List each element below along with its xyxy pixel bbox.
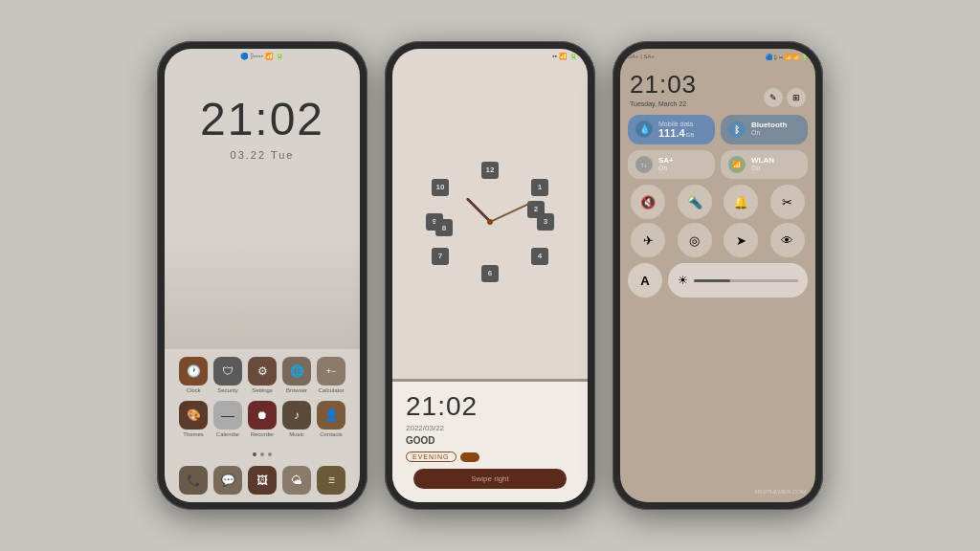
flashlight-btn[interactable]: 🔦 — [678, 185, 712, 219]
a-button[interactable]: A — [628, 263, 662, 298]
clock-app-icon: 🕐 — [179, 357, 208, 386]
phone2-screen: ▪▪ 📶 🔋 12 1 3 4 6 7 9 10 2 8 — [392, 49, 588, 502]
app-label: Themes — [183, 431, 204, 437]
phone3-screen: SA+ | SA+ 🔵 ₿ ▪▪ 📶 📶 🔋 21:03 Tuesday, Ma… — [620, 49, 815, 502]
list-item[interactable]: 📞 — [176, 466, 211, 496]
app-label: Clock — [186, 387, 200, 393]
scissors-btn[interactable]: ✂ — [770, 185, 805, 219]
bluetooth-tile[interactable]: ᛒ Bluetooth On — [721, 115, 808, 144]
dot — [253, 452, 256, 456]
list-item[interactable]: ♪ Music — [279, 401, 314, 437]
brightness-icon: ☀ — [678, 274, 688, 287]
expand-icon-btn[interactable]: ⊞ — [787, 88, 806, 107]
list-item[interactable]: 👤 Contacts — [314, 401, 348, 437]
clock-num-8: 8 — [435, 219, 453, 236]
clock-num-10: 10 — [432, 179, 449, 196]
list-item[interactable]: 🌤 — [279, 466, 314, 496]
bell-btn[interactable]: 🔔 — [724, 185, 758, 219]
digital-date: 2022/03/22 — [406, 424, 574, 432]
app-label: Contacts — [320, 431, 343, 437]
clock-num-1: 1 — [531, 179, 548, 196]
sa-plus-status: On — [658, 165, 707, 171]
app-row-2: 🎨 Themes — Calendar ⏺ Recorder ♪ Music 👤 — [176, 401, 348, 437]
list-item[interactable]: 🕐 Clock — [176, 357, 211, 393]
clock-num-7: 7 — [432, 248, 449, 265]
status-bar-3: SA+ | SA+ 🔵 ₿ ▪▪ 📶 📶 🔋 — [620, 49, 815, 64]
dot — [268, 452, 272, 456]
mobile-data-value: 111.4 — [658, 127, 685, 139]
quick-btn-row-2: ✈ ◎ ➤ 👁 — [620, 221, 815, 259]
evening-label: EVENING — [406, 452, 457, 462]
mobile-data-unit: GB — [686, 132, 695, 138]
wlan-label: WLAN — [751, 156, 800, 165]
cc-action-icons: ✎ ⊞ — [764, 88, 806, 107]
sa-plus-tile[interactable]: ↑↓ SA+ On — [628, 150, 715, 179]
eye-btn[interactable]: 👁 — [770, 223, 805, 257]
sa-plus-icon: ↑↓ — [635, 156, 653, 173]
app-row-1: 🕐 Clock 🛡 Security ⚙ Settings 🌐 Browser … — [176, 357, 348, 393]
minute-hand — [490, 201, 532, 222]
app-grid: 🕐 Clock 🛡 Security ⚙ Settings 🌐 Browser … — [167, 349, 358, 449]
status-bar-2: ▪▪ 📶 🔋 — [392, 49, 588, 64]
lock-time: 21:02 — [200, 93, 324, 145]
mobile-data-tile[interactable]: 💧 Mobile data 111.4 GB — [628, 115, 715, 144]
volume-btn[interactable]: 🔇 — [631, 185, 665, 219]
bluetooth-icon: ᛒ — [728, 121, 746, 138]
settings-app-icon: ⚙ — [248, 357, 277, 386]
list-item[interactable]: ⚙ Settings — [245, 357, 279, 393]
list-item[interactable]: 🖼 — [245, 466, 279, 496]
extra-app-icon: ☰ — [317, 466, 345, 495]
lock-date: 03.22 Tue — [231, 149, 295, 161]
evening-toggle[interactable] — [460, 452, 479, 462]
brightness-control[interactable]: ☀ — [668, 263, 808, 298]
app-label: Music — [289, 431, 304, 437]
sa-plus-text: SA+ On — [658, 156, 707, 171]
contacts-app-icon: 👤 — [317, 401, 345, 430]
recorder-app-icon: ⏺ — [248, 401, 277, 430]
cc-date: Tuesday, March 22 — [630, 100, 697, 107]
cc-header: 21:03 Tuesday, March 22 ✎ ⊞ — [620, 64, 815, 111]
page-dots — [253, 452, 272, 456]
clock-area: 12 1 3 4 6 7 9 10 2 8 — [392, 64, 588, 379]
app-label: Security — [217, 387, 238, 393]
sa-plus-label: SA+ — [658, 156, 707, 165]
list-item[interactable]: 🌐 Browser — [279, 357, 314, 393]
brightness-fill — [694, 279, 730, 282]
app-label: Calculator — [318, 387, 344, 393]
app-label: Recorder — [251, 431, 275, 437]
edit-icon-btn[interactable]: ✎ — [764, 88, 783, 107]
clock-center — [487, 219, 493, 225]
list-item[interactable]: 💬 — [211, 466, 245, 496]
list-item[interactable]: 🎨 Themes — [176, 401, 211, 437]
phone-3: SA+ | SA+ 🔵 ₿ ▪▪ 📶 📶 🔋 21:03 Tuesday, Ma… — [612, 41, 823, 510]
wlan-icon: 📶 — [728, 156, 746, 173]
wlan-status: On — [751, 165, 800, 171]
list-item[interactable]: 🛡 Security — [211, 357, 245, 393]
app-label: Settings — [252, 387, 273, 393]
list-item[interactable]: +− Calculator — [314, 357, 348, 393]
airplane-btn[interactable]: ✈ — [631, 223, 665, 257]
dot — [260, 452, 264, 456]
list-item[interactable]: — Calendar — [211, 401, 245, 437]
list-item[interactable]: ⏺ Recorder — [245, 401, 279, 437]
focus-btn[interactable]: ◎ — [678, 223, 712, 257]
browser-app-icon: 🌐 — [282, 357, 311, 386]
app-label: Calendar — [216, 431, 239, 437]
location-btn[interactable]: ➤ — [724, 223, 758, 257]
analog-clock: 12 1 3 4 6 7 9 10 2 8 — [428, 160, 552, 284]
gallery-app-icon: 🖼 — [248, 466, 277, 495]
swipe-button[interactable]: Swipe right — [413, 469, 567, 489]
phone-1: 🔵 ₿ ▪▪▪▪ 📶 🔋 21:02 03.22 Tue 🕐 Clock 🛡 S… — [157, 41, 368, 510]
dock: 📞 💬 🖼 🌤 ☰ — [167, 460, 358, 502]
wlan-tile[interactable]: 📶 WLAN On — [721, 150, 808, 179]
status-bar-1: 🔵 ₿ ▪▪▪▪ 📶 🔋 — [231, 49, 294, 64]
wlan-text: WLAN On — [751, 156, 800, 171]
calendar-app-icon: — — [213, 401, 242, 430]
greeting: GOOD — [406, 435, 574, 446]
lock-middle — [165, 161, 360, 349]
phone-2: ▪▪ 📶 🔋 12 1 3 4 6 7 9 10 2 8 — [385, 41, 595, 510]
list-item[interactable]: ☰ — [314, 466, 348, 496]
digital-time: 21:02 — [406, 391, 574, 422]
themes-app-icon: 🎨 — [179, 401, 208, 430]
phone-app-icon: 📞 — [179, 466, 208, 495]
